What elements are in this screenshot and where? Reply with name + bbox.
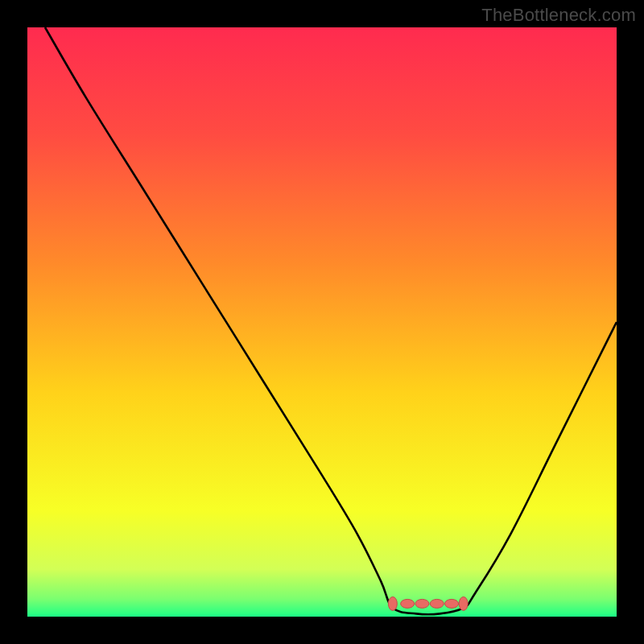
bottleneck-curve	[45, 27, 617, 614]
chart-overlay	[27, 27, 617, 617]
chart-container: TheBottleneck.com	[0, 0, 644, 644]
optimal-marker	[459, 597, 468, 610]
optimal-marker	[388, 597, 397, 610]
optimal-marker	[401, 599, 415, 608]
optimal-marker	[415, 599, 429, 608]
optimal-marker	[445, 599, 459, 608]
watermark-text: TheBottleneck.com	[481, 5, 636, 26]
optimal-marker	[430, 599, 444, 608]
optimal-range-markers	[388, 597, 468, 610]
